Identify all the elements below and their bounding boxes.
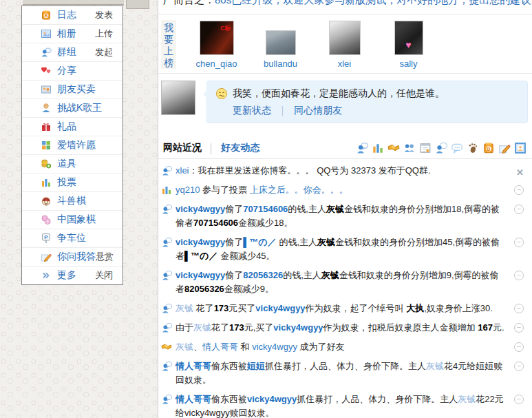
feed-text-segment: 灰铖 xyxy=(326,204,344,214)
user-name-link[interactable]: bullandu xyxy=(264,59,297,69)
collapse-icon[interactable]: − xyxy=(514,238,524,247)
user-avatar[interactable]: C标 xyxy=(200,21,234,55)
gift-icon xyxy=(41,121,52,132)
collapse-icon[interactable]: − xyxy=(514,185,524,195)
sidebar-item-action-qa[interactable]: 悬赏 xyxy=(96,251,114,263)
feed-link[interactable]: yq210 xyxy=(175,185,200,195)
sidebar-item-gifts[interactable]: 礼品 xyxy=(22,118,123,136)
person-bubble2-icon[interactable] xyxy=(435,142,447,154)
user-name-link[interactable]: sally xyxy=(399,59,417,69)
tab-site-news[interactable]: 网站近况 xyxy=(163,142,202,154)
photo-frame-icon[interactable] xyxy=(514,142,526,154)
feed-item-text: vicky4wgyy偷了▌™の／ 的钱,主人灰铖金钱和奴隶的身价分别增加45,倒… xyxy=(175,236,507,263)
sidebar-item-action-groups[interactable]: 发起 xyxy=(95,46,113,59)
update-status-link[interactable]: 更新状态 xyxy=(233,105,271,116)
feed-link[interactable]: 82056326 xyxy=(243,270,283,280)
two-people-icon[interactable] xyxy=(403,142,416,154)
user-avatar[interactable]: ♥ xyxy=(394,21,423,55)
feed-item-controls: − xyxy=(514,342,524,352)
feed-link[interactable]: vicky4wgyy xyxy=(273,322,323,333)
feed-link[interactable]: vicky4wgyy xyxy=(175,237,225,247)
top-chrome-fragment xyxy=(126,0,149,9)
feed-item-controls: − xyxy=(514,362,524,371)
same-mood-friends-link[interactable]: 同心情朋友 xyxy=(294,105,342,116)
feed-link[interactable]: 姮姮 xyxy=(247,361,265,371)
handshake-icon[interactable] xyxy=(387,142,400,154)
sidebar-item-journal[interactable]: B日志发表 xyxy=(22,6,123,25)
feed-item-text: xlei：我在群里发送迷你博客。。。 QQ号为 32373 发布于QQ群. xyxy=(175,164,507,178)
tab-friend-feed[interactable]: 好友动态 xyxy=(221,142,259,154)
sidebar-item-beast-chess[interactable]: 斗兽棋 xyxy=(22,192,123,211)
feed-text-segment: 偷东西被 xyxy=(211,394,247,404)
collapse-icon[interactable]: − xyxy=(514,304,524,313)
feed-link[interactable]: 灰铖 xyxy=(458,394,476,404)
collapse-icon[interactable]: − xyxy=(514,362,524,371)
feed-item: yq210 参与了投票 上床之后。。你会。。。− xyxy=(161,180,532,200)
feed-link[interactable]: xlei xyxy=(175,165,189,176)
sidebar-item-action-more[interactable]: 关闭 xyxy=(95,269,113,282)
collapse-icon[interactable]: − xyxy=(514,205,524,214)
status-bubble: 我笑，便面如春花，定是能感动人的，任他是谁。 更新状态 │ 同心情朋友 xyxy=(206,81,528,123)
feed-link[interactable]: 灰铖 xyxy=(426,361,444,371)
sidebar-item-action-journal[interactable]: 发表 xyxy=(95,9,113,21)
feed-link[interactable]: 灰铖 xyxy=(175,303,193,313)
feed-item: vicky4wgyy偷了▌™の／ 的钱,主人灰铖金钱和奴隶的身价分别增加45,倒… xyxy=(161,233,532,266)
feed-text-segment: 的钱,主人 xyxy=(288,204,326,214)
sidebar-item-action-album[interactable]: 上传 xyxy=(95,28,113,40)
current-user-avatar[interactable] xyxy=(161,81,195,115)
feed-link[interactable]: 情人哥哥 xyxy=(175,361,211,371)
feed-link[interactable]: ▌™の／ xyxy=(243,237,277,247)
vertical-label-char: 要 xyxy=(161,34,176,45)
sidebar-item-groups[interactable]: 群组发起 xyxy=(22,43,123,62)
feed-link[interactable]: 灰铖 xyxy=(193,322,211,333)
sidebar-item-share[interactable]: 分享 xyxy=(22,62,123,81)
user-avatar[interactable] xyxy=(266,30,296,55)
share-icon xyxy=(41,65,52,76)
sidebar-item-karaoke[interactable]: 挑战K歌王 xyxy=(22,99,123,118)
collapse-icon[interactable]: − xyxy=(514,395,524,404)
sidebar-item-parking[interactable]: P争车位 xyxy=(22,229,123,248)
feed-link[interactable]: 上床之后。。你会。。。 xyxy=(250,185,348,195)
leaderboard-users: C标chen_qiaobullanduxlei♥sally xyxy=(184,20,440,73)
user-avatar[interactable] xyxy=(329,21,361,55)
feed-link[interactable]: vicky4wgyy xyxy=(252,342,297,352)
qa-icon xyxy=(41,251,52,262)
i-want-on-list-button[interactable]: 我要上榜 xyxy=(161,20,176,69)
feed-link[interactable]: 707154606 xyxy=(243,204,288,214)
feed-link[interactable]: 情人哥哥 xyxy=(202,342,238,352)
parking-icon: P xyxy=(41,233,52,244)
calendar-icon[interactable] xyxy=(419,142,432,154)
feed-link[interactable]: 情人哥哥 xyxy=(175,394,211,404)
sidebar-item-chinese-chess[interactable]: 中国象棋 xyxy=(22,211,123,229)
album-icon xyxy=(41,28,52,39)
divider: │ xyxy=(280,106,286,116)
sidebar-item-more[interactable]: 更多关闭 xyxy=(22,267,123,284)
person-bubble-icon[interactable] xyxy=(356,142,368,154)
sidebar-item-vote[interactable]: 投票 xyxy=(22,174,123,192)
feed-link[interactable]: vicky4wgyy xyxy=(175,204,225,214)
user-name-link[interactable]: xlei xyxy=(338,59,352,69)
sidebar-item-friend-trade[interactable]: 朋友买卖 xyxy=(22,81,123,99)
sidebar-item-props[interactable]: 道具 xyxy=(22,155,123,174)
sidebar-item-qa[interactable]: 你问我答悬赏 xyxy=(22,248,123,267)
feed-link[interactable]: 灰铖 xyxy=(175,342,193,352)
poll-icon[interactable] xyxy=(372,142,384,154)
sidebar-item-love-wall[interactable]: 爱墙许愿 xyxy=(22,136,123,155)
feed-link[interactable]: vicky4wgyy xyxy=(247,394,297,404)
feed-text-segment: 大执 xyxy=(406,303,424,313)
user-name-link[interactable]: chen_qiao xyxy=(196,59,237,69)
app-menu-list: B日志发表相册上传群组发起分享朋友买卖挑战K歌王礼品爱墙许愿道具投票斗兽棋中国象… xyxy=(22,6,123,284)
collapse-icon[interactable]: − xyxy=(514,323,524,333)
sidebar-item-album[interactable]: 相册上传 xyxy=(22,25,123,43)
bubble-outline-icon[interactable] xyxy=(451,142,463,154)
collapse-icon[interactable]: − xyxy=(514,271,524,280)
poll-icon xyxy=(161,185,172,196)
trade-icon xyxy=(41,84,52,95)
feed-link[interactable]: vicky4wgyy xyxy=(255,303,305,313)
journal-icon[interactable]: B xyxy=(482,142,495,154)
close-icon[interactable]: ✕ xyxy=(516,167,524,178)
collapse-icon[interactable]: − xyxy=(514,342,524,352)
feed-link[interactable]: vicky4wgyy xyxy=(175,270,225,280)
pencil-icon[interactable] xyxy=(498,142,511,154)
footprint-icon[interactable] xyxy=(467,142,479,154)
